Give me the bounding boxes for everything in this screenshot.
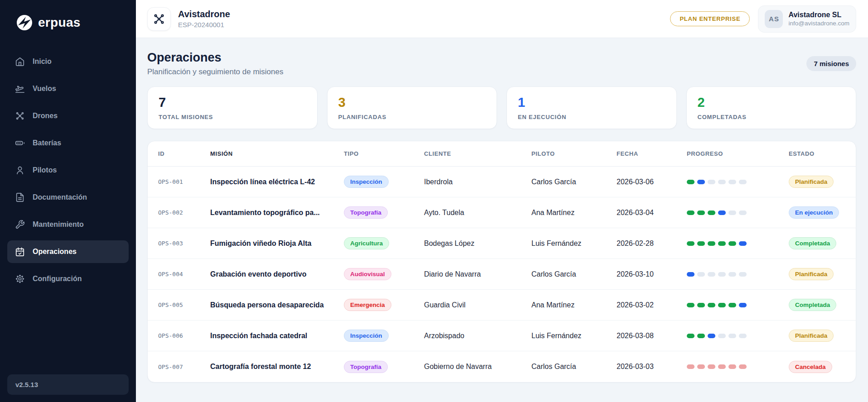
progress-segment-done bbox=[708, 303, 715, 307]
status-badge: Completada bbox=[789, 299, 836, 311]
user-email: info@avistadrone.com bbox=[788, 20, 849, 27]
sidebar-item-configuracion[interactable]: Configuración bbox=[7, 268, 129, 290]
progress-segment-done bbox=[687, 241, 694, 246]
column-header-fecha: FECHA bbox=[617, 150, 687, 157]
pilot-icon bbox=[14, 165, 25, 176]
status-cell: Completada bbox=[789, 237, 845, 249]
stat-value: 1 bbox=[518, 95, 525, 110]
pilot-name: Ana Martínez bbox=[531, 301, 617, 309]
table-row-ops-006[interactable]: OPS-006Inspección fachada catedralInspec… bbox=[148, 321, 856, 351]
status-cell: En ejecución bbox=[789, 206, 845, 219]
sidebar-item-documentacion[interactable]: Documentación bbox=[7, 186, 129, 209]
mission-name: Inspección fachada catedral bbox=[210, 332, 344, 340]
sidebar-item-operaciones[interactable]: Operaciones bbox=[7, 240, 129, 263]
progress-segment-done bbox=[687, 303, 694, 307]
stat-card-planificadas: 3PLANIFICADAS bbox=[327, 86, 497, 129]
progress-segment-done bbox=[697, 303, 705, 307]
type-cell: Audiovisual bbox=[344, 268, 424, 280]
stat-card-total-misiones: 7TOTAL MISIONES bbox=[147, 86, 318, 129]
status-cell: Planificada bbox=[789, 176, 845, 188]
content: Operaciones Planificación y seguimiento … bbox=[136, 38, 868, 402]
column-header-progreso: PROGRESO bbox=[687, 150, 789, 157]
stat-card-completadas: 2COMPLETADAS bbox=[686, 86, 857, 129]
pilot-name: Carlos García bbox=[531, 178, 617, 186]
app-window: erpuas InicioVuelosDronesBateríasPilotos… bbox=[0, 0, 868, 402]
client-name: Ayto. Tudela bbox=[424, 209, 531, 217]
stat-value: 3 bbox=[338, 95, 346, 110]
mission-date: 2026-02-28 bbox=[617, 239, 687, 248]
mission-date: 2026-03-02 bbox=[617, 301, 687, 309]
sidebar-item-pilotos[interactable]: Pilotos bbox=[7, 159, 129, 182]
logo: erpuas bbox=[0, 0, 136, 44]
client-name: Gobierno de Navarra bbox=[424, 363, 531, 371]
table-header-row: IDMISIÓNTIPOCLIENTEPILOTOFECHAPROGRESOES… bbox=[148, 141, 856, 167]
mission-name: Grabación evento deportivo bbox=[210, 270, 344, 278]
table-row-ops-004[interactable]: OPS-004Grabación evento deportivoAudiovi… bbox=[148, 259, 856, 290]
sidebar-item-label: Inicio bbox=[33, 57, 52, 66]
calendar-check-icon bbox=[14, 246, 25, 257]
progress-bar bbox=[687, 334, 789, 338]
user-chip[interactable]: AS Avistadrone SL info@avistadrone.com bbox=[758, 5, 856, 33]
logo-icon bbox=[16, 14, 33, 31]
sidebar-item-baterias[interactable]: Baterías bbox=[7, 132, 129, 154]
client-name: Bodegas López bbox=[424, 239, 531, 248]
mission-date: 2026-03-06 bbox=[617, 178, 687, 186]
progress-segment-done bbox=[718, 303, 726, 307]
plan-badge[interactable]: PLAN ENTERPRISE bbox=[670, 11, 750, 26]
sidebar-item-drones[interactable]: Drones bbox=[7, 105, 129, 127]
progress-segment-pending bbox=[728, 211, 736, 215]
stat-value: 2 bbox=[698, 95, 705, 110]
client-name: Guardia Civil bbox=[424, 301, 531, 309]
progress-segment-done bbox=[697, 334, 705, 338]
sidebar-item-label: Pilotos bbox=[33, 166, 57, 174]
topbar: Avistadrone ESP-20240001 PLAN ENTERPRISE… bbox=[136, 0, 868, 38]
type-badge: Audiovisual bbox=[344, 268, 391, 280]
progress-bar bbox=[687, 303, 789, 307]
mission-id: OPS-005 bbox=[158, 302, 210, 308]
mission-id: OPS-003 bbox=[158, 240, 210, 247]
sidebar-item-inicio[interactable]: Inicio bbox=[7, 50, 129, 73]
mission-name: Inspección línea eléctrica L-42 bbox=[210, 178, 344, 186]
progress-segment-pending bbox=[708, 272, 715, 277]
progress-segment-pending bbox=[739, 272, 747, 277]
stat-value: 7 bbox=[159, 95, 166, 110]
company-icon-box bbox=[147, 7, 171, 31]
sidebar-item-label: Operaciones bbox=[33, 248, 77, 256]
stat-label: COMPLETADAS bbox=[698, 114, 845, 120]
company-code: ESP-20240001 bbox=[178, 21, 230, 29]
table-row-ops-007[interactable]: OPS-007Cartografía forestal monte 12Topo… bbox=[148, 351, 856, 382]
battery-icon bbox=[14, 138, 25, 148]
table-row-ops-001[interactable]: OPS-001Inspección línea eléctrica L-42In… bbox=[148, 167, 856, 197]
status-badge: Completada bbox=[789, 237, 836, 249]
mission-name: Fumigación viñedo Rioja Alta bbox=[210, 239, 344, 248]
type-cell: Inspección bbox=[344, 176, 424, 188]
type-badge: Inspección bbox=[344, 330, 389, 342]
type-badge: Topografía bbox=[344, 361, 388, 373]
pilot-name: Carlos García bbox=[531, 270, 617, 278]
progress-segment-current bbox=[739, 303, 747, 307]
progress-segment-current bbox=[708, 334, 715, 338]
progress-segment-done bbox=[728, 303, 736, 307]
progress-segment-done bbox=[687, 211, 694, 215]
column-header-cliente: CLIENTE bbox=[424, 150, 531, 157]
progress-segment-current bbox=[739, 241, 747, 246]
sidebar-item-vuelos[interactable]: Vuelos bbox=[7, 77, 129, 100]
client-name: Diario de Navarra bbox=[424, 270, 531, 278]
sidebar-item-mantenimiento[interactable]: Mantenimiento bbox=[7, 213, 129, 236]
mission-name: Búsqueda persona desaparecida bbox=[210, 301, 344, 309]
table-row-ops-003[interactable]: OPS-003Fumigación viñedo Rioja AltaAgric… bbox=[148, 228, 856, 259]
stat-label: EN EJECUCIÓN bbox=[518, 114, 665, 120]
progress-segment-pending bbox=[708, 180, 715, 184]
progress-segment-cancelled bbox=[708, 364, 715, 369]
main-area: Avistadrone ESP-20240001 PLAN ENTERPRISE… bbox=[136, 0, 868, 402]
wrench-icon bbox=[14, 219, 25, 230]
drone-icon bbox=[14, 110, 25, 121]
progress-segment-done bbox=[697, 241, 705, 246]
table-row-ops-002[interactable]: OPS-002Levantamiento topográfico pa...To… bbox=[148, 197, 856, 228]
status-badge: En ejecución bbox=[789, 206, 839, 219]
type-cell: Agricultura bbox=[344, 237, 424, 249]
app-version: v2.5.13 bbox=[7, 374, 129, 395]
table-row-ops-005[interactable]: OPS-005Búsqueda persona desaparecidaEmer… bbox=[148, 290, 856, 321]
sidebar-item-label: Configuración bbox=[33, 275, 82, 283]
stat-label: TOTAL MISIONES bbox=[159, 114, 306, 120]
